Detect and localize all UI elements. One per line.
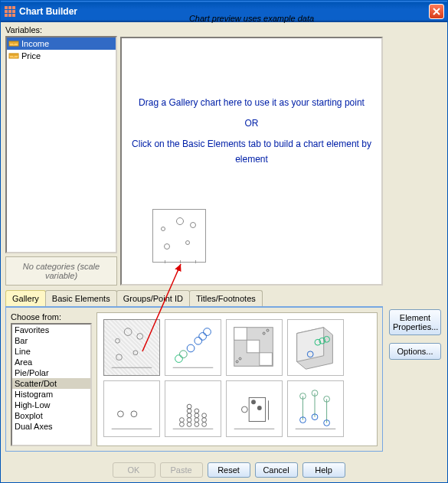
tab-gallery[interactable]: Gallery: [5, 290, 46, 306]
chart-preview-dropzone[interactable]: Drag a Gallery chart here to use it as y…: [120, 37, 383, 286]
thumb-scatter-matrix[interactable]: [226, 319, 283, 376]
dragged-chart-thumb: [152, 209, 206, 263]
choose-item-dual-axes[interactable]: Dual Axes: [12, 421, 90, 432]
svg-point-49: [187, 409, 191, 413]
thumb-simple-dot[interactable]: [103, 380, 160, 437]
bottom-button-bar: OK Paste Reset Cancel Help: [5, 462, 448, 478]
svg-point-17: [137, 334, 143, 340]
variable-item[interactable]: Price: [7, 50, 116, 62]
choose-item-favorites[interactable]: Favorites: [12, 325, 90, 335]
chart-builder-window: Chart Builder Variables: IncomePrice No …: [0, 0, 448, 483]
svg-point-53: [195, 413, 199, 418]
thumb-grouped-scatter[interactable]: [165, 319, 221, 376]
svg-point-62: [257, 406, 262, 410]
tab-basic-elements[interactable]: Basic Elements: [45, 290, 117, 306]
svg-point-56: [202, 418, 207, 423]
paste-button: Paste: [160, 462, 203, 478]
svg-rect-27: [234, 328, 247, 341]
tab-groups-point-id[interactable]: Groups/Point ID: [116, 290, 190, 306]
options-button[interactable]: Options...: [389, 343, 441, 360]
svg-point-48: [187, 413, 191, 418]
thumb-overlay-scatter[interactable]: [226, 380, 283, 437]
svg-point-45: [179, 418, 184, 423]
element-properties-button[interactable]: Element Properties...: [389, 309, 441, 335]
cancel-button[interactable]: Cancel: [255, 462, 298, 478]
svg-point-55: [202, 423, 207, 427]
svg-point-44: [179, 423, 184, 427]
svg-point-46: [187, 423, 191, 427]
tab-row: GalleryBasic ElementsGroups/Point IDTitl…: [5, 290, 383, 306]
chart-thumbs-grid: [96, 312, 378, 446]
thumb-drop-line[interactable]: [287, 380, 344, 437]
reset-button[interactable]: Reset: [208, 462, 250, 478]
svg-point-16: [124, 328, 132, 336]
choose-item-pie-polar[interactable]: Pie/Polar: [12, 367, 90, 378]
thumb-3d-scatter[interactable]: [287, 319, 344, 376]
svg-point-54: [195, 409, 199, 413]
svg-point-14: [116, 354, 123, 361]
svg-point-60: [241, 406, 247, 413]
variables-label: Variables:: [5, 25, 117, 34]
variables-listbox[interactable]: IncomePrice: [5, 36, 117, 253]
svg-point-61: [251, 400, 256, 404]
app-icon: [4, 5, 16, 18]
svg-point-24: [199, 333, 207, 341]
close-button[interactable]: [429, 4, 444, 19]
svg-point-42: [131, 411, 137, 417]
svg-rect-28: [260, 353, 273, 366]
choose-item-high-low[interactable]: High-Low: [12, 400, 90, 410]
svg-point-25: [204, 328, 211, 336]
svg-point-22: [187, 344, 195, 352]
scale-icon: [8, 38, 19, 49]
svg-point-41: [118, 411, 124, 417]
ok-button: OK: [113, 462, 155, 478]
svg-point-15: [116, 338, 120, 343]
preview-instructions: Drag a Gallery chart here to use it as y…: [122, 96, 381, 167]
gallery-panel: Choose from: FavoritesBarLineAreaPie/Pol…: [5, 306, 383, 452]
svg-point-51: [195, 423, 199, 427]
close-icon: [433, 8, 440, 15]
choose-item-histogram[interactable]: Histogram: [12, 389, 90, 400]
choose-from-list[interactable]: FavoritesBarLineAreaPie/PolarScatter/Dot…: [11, 323, 92, 446]
tab-titles-footnotes[interactable]: Titles/Footnotes: [189, 290, 263, 306]
help-button[interactable]: Help: [302, 462, 345, 478]
svg-point-52: [195, 418, 199, 423]
choose-item-area[interactable]: Area: [12, 357, 90, 367]
svg-point-20: [175, 355, 183, 363]
thumb-stacked-dot[interactable]: [165, 380, 221, 437]
choose-item-line[interactable]: Line: [12, 346, 90, 357]
choose-from-label: Choose from:: [11, 312, 92, 321]
scale-icon: [8, 51, 19, 61]
categories-box: No categories (scale variable): [5, 256, 117, 286]
variable-item[interactable]: Income: [7, 38, 116, 50]
variable-name: Income: [21, 39, 49, 48]
svg-point-23: [195, 337, 202, 344]
choose-item-boxplot[interactable]: Boxplot: [12, 410, 90, 421]
svg-point-57: [202, 413, 207, 418]
variable-name: Price: [21, 51, 41, 60]
choose-item-bar[interactable]: Bar: [12, 335, 90, 346]
svg-point-18: [133, 351, 138, 355]
svg-point-47: [187, 418, 191, 423]
thumb-simple-scatter[interactable]: [103, 319, 160, 376]
svg-rect-29: [247, 340, 260, 353]
preview-header: Chart preview uses example data: [120, 14, 383, 23]
svg-point-21: [179, 351, 187, 358]
svg-point-50: [187, 404, 191, 409]
content-area: Variables: IncomePrice No categories (sc…: [1, 22, 447, 482]
choose-item-scatter-dot[interactable]: Scatter/Dot: [12, 378, 90, 389]
